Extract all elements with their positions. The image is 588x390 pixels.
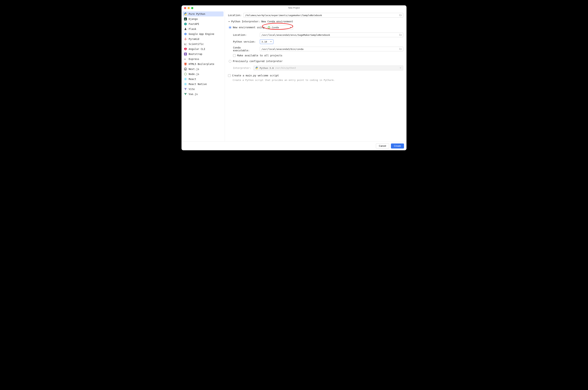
google-app-engine-icon bbox=[184, 33, 187, 35]
interpreter-section-header[interactable]: Python Interpreter: New Conda environmen… bbox=[228, 20, 403, 23]
sidebar-item-gae[interactable]: Google App Engine bbox=[182, 32, 224, 37]
conda-exec-input[interactable]: /usr/local/anaconda3/bin/conda bbox=[260, 47, 403, 51]
svg-point-5 bbox=[185, 38, 186, 38]
interpreter-name: Python 3.8 bbox=[260, 67, 274, 69]
sidebar-item-fastapi[interactable]: FastAPI bbox=[182, 21, 224, 26]
create-button[interactable]: Create bbox=[391, 144, 404, 148]
react-icon bbox=[184, 78, 187, 81]
chevron-down-icon bbox=[270, 41, 272, 43]
dialog-body: Pure Python dj Django FastAPI Flask bbox=[181, 10, 407, 141]
location-value: /Volumes/workplace/experiments/sagemaker… bbox=[245, 14, 322, 17]
env-tool-dropdown[interactable]: Conda bbox=[266, 25, 293, 30]
sidebar-item-label: Django bbox=[189, 17, 198, 20]
conda-icon bbox=[268, 26, 271, 29]
sidebar-item-vite[interactable]: Vite bbox=[182, 87, 224, 92]
sidebar-item-pyramid[interactable]: Pyramid bbox=[182, 37, 224, 42]
html5-icon: 5 bbox=[184, 63, 187, 65]
sidebar-item-flask[interactable]: Flask bbox=[182, 26, 224, 32]
fastapi-icon bbox=[184, 23, 187, 25]
location-input[interactable]: /Volumes/workplace/experiments/sagemaker… bbox=[243, 13, 403, 17]
window-maximize-icon[interactable] bbox=[191, 7, 193, 9]
cancel-button[interactable]: Cancel bbox=[376, 144, 389, 148]
python-version-dropdown[interactable]: 3.10 bbox=[260, 39, 273, 44]
new-env-label: New environment using bbox=[233, 26, 265, 29]
sidebar-item-react[interactable]: React bbox=[182, 77, 224, 82]
sidebar-item-scientific[interactable]: Scientific bbox=[182, 42, 224, 47]
sidebar-item-express[interactable]: ex Express bbox=[182, 56, 224, 61]
sidebar-item-bootstrap[interactable]: B Bootstrap bbox=[182, 51, 224, 56]
sidebar-item-label: HTML5 Boilerplate bbox=[189, 63, 214, 65]
create-main-hint: Create a Python script that provides an … bbox=[233, 79, 403, 81]
sidebar-item-label: Next.js bbox=[189, 68, 199, 70]
svg-text:B: B bbox=[185, 53, 186, 55]
dialog-new-project: New Project Pure Python dj Django FastAP… bbox=[181, 5, 407, 150]
sidebar-item-label: React bbox=[189, 78, 196, 81]
svg-point-26 bbox=[185, 84, 186, 84]
sidebar-item-label: Pyramid bbox=[189, 38, 199, 41]
vite-icon bbox=[184, 88, 187, 91]
titlebar: New Project bbox=[181, 5, 407, 10]
sidebar-item-nodejs[interactable]: Node.js bbox=[182, 72, 224, 77]
svg-point-22 bbox=[185, 79, 186, 79]
vuejs-icon bbox=[184, 93, 187, 96]
sidebar-item-label: FastAPI bbox=[189, 23, 199, 25]
sidebar-item-label: Google App Engine bbox=[189, 33, 214, 35]
sidebar-item-angular[interactable]: A Angular CLI bbox=[182, 47, 224, 51]
svg-text:dj: dj bbox=[184, 18, 186, 20]
env-tool-value: Conda bbox=[272, 26, 279, 29]
sidebar-item-label: Angular CLI bbox=[189, 48, 205, 50]
sidebar-item-nextjs[interactable]: N Next.js bbox=[182, 67, 224, 72]
project-type-sidebar: Pure Python dj Django FastAPI Flask bbox=[181, 10, 225, 141]
env-location-input[interactable]: /usr/local/anaconda3/envs/SageMakerSampl… bbox=[260, 33, 403, 37]
svg-text:ex: ex bbox=[184, 58, 186, 60]
pyramid-icon bbox=[184, 38, 187, 41]
dialog-footer: Cancel Create bbox=[181, 141, 407, 150]
sidebar-item-label: Vue.js bbox=[189, 93, 198, 96]
nodejs-icon bbox=[184, 73, 187, 76]
radio-previously-configured[interactable] bbox=[229, 60, 231, 63]
svg-point-31 bbox=[268, 26, 270, 28]
browse-folder-icon[interactable] bbox=[399, 14, 402, 17]
interpreter-path: /usr/bin/python3 bbox=[275, 67, 296, 69]
interpreter-section-label: Python Interpreter: New Conda environmen… bbox=[231, 20, 293, 23]
chevron-down-icon bbox=[290, 26, 291, 29]
flask-icon bbox=[184, 28, 187, 30]
sidebar-item-label: React Native bbox=[189, 83, 207, 86]
sidebar-item-pure-python[interactable]: Pure Python bbox=[182, 11, 224, 16]
cancel-label: Cancel bbox=[379, 145, 386, 147]
env-location-value: /usr/local/anaconda3/envs/SageMakerSampl… bbox=[262, 34, 330, 36]
checkbox-create-main[interactable] bbox=[228, 74, 231, 77]
react-native-icon bbox=[184, 83, 187, 86]
create-label: Create bbox=[394, 145, 401, 147]
scientific-icon bbox=[184, 43, 187, 46]
browse-folder-icon[interactable] bbox=[399, 34, 402, 37]
sidebar-item-label: Scientific bbox=[189, 43, 204, 46]
make-available-label: Make available to all projects bbox=[237, 54, 282, 57]
bootstrap-icon: B bbox=[184, 52, 187, 55]
chevron-down-icon bbox=[228, 20, 230, 23]
py-version-label: Python version: bbox=[233, 40, 258, 43]
sidebar-item-django[interactable]: dj Django bbox=[182, 16, 224, 21]
env-location-label: Location: bbox=[233, 34, 258, 36]
prev-config-label: Previously configured interpreter bbox=[233, 60, 282, 63]
form-panel: Location: /Volumes/workplace/experiments… bbox=[225, 10, 407, 141]
browse-folder-icon[interactable] bbox=[399, 48, 402, 51]
checkbox-make-available[interactable] bbox=[233, 54, 236, 57]
express-icon: ex bbox=[184, 58, 187, 60]
interpreter-dropdown: Python 3.8 /usr/bin/python3 bbox=[253, 65, 403, 70]
angular-icon: A bbox=[184, 48, 187, 50]
sidebar-item-vuejs[interactable]: Vue.js bbox=[182, 92, 224, 97]
svg-marker-18 bbox=[184, 73, 186, 75]
python-icon bbox=[184, 12, 187, 15]
conda-exec-value: /usr/local/anaconda3/bin/conda bbox=[262, 48, 304, 50]
radio-new-environment[interactable] bbox=[229, 26, 231, 29]
window-minimize-icon[interactable] bbox=[188, 7, 190, 9]
interpreter-label: Interpreter: bbox=[233, 67, 252, 69]
django-icon: dj bbox=[184, 17, 187, 20]
dialog-title: New Project bbox=[181, 5, 407, 10]
sidebar-item-react-native[interactable]: React Native bbox=[182, 82, 224, 87]
sidebar-item-html5[interactable]: 5 HTML5 Boilerplate bbox=[182, 61, 224, 67]
window-close-icon[interactable] bbox=[184, 7, 186, 9]
window-controls bbox=[184, 7, 193, 9]
svg-point-6 bbox=[184, 39, 185, 39]
